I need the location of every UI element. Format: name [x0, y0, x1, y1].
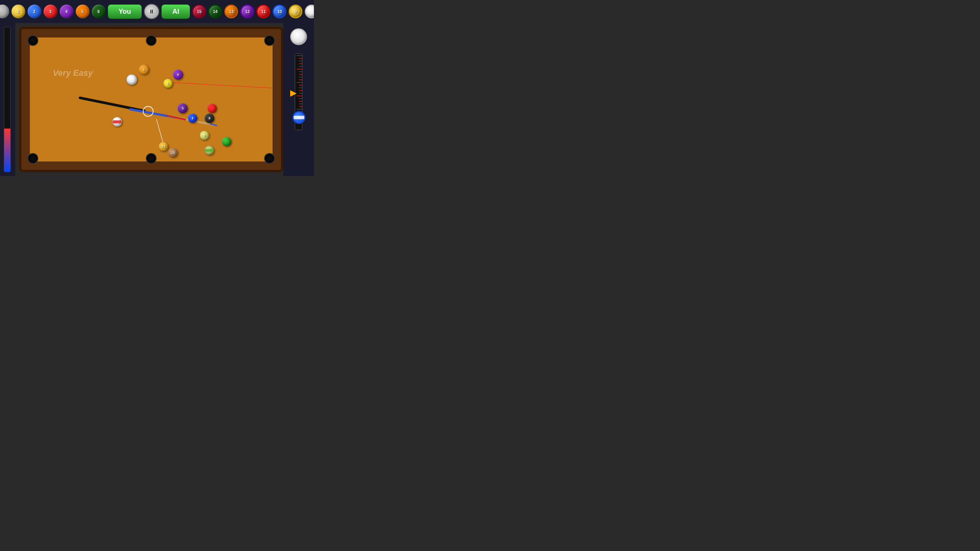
right-panel: ▶ 10	[283, 23, 314, 176]
ball-2: 2	[28, 5, 41, 18]
svg-line-0	[167, 82, 273, 88]
ball-red-stripe	[113, 117, 122, 127]
ball-purple-solid: 5	[178, 103, 188, 113]
ball-orange-13: 13	[159, 142, 168, 151]
power-bar	[0, 23, 15, 176]
ball-green	[222, 137, 231, 146]
ball-5: 5	[76, 5, 90, 18]
top-bar: 1 2 3 4 5 6 You ⏸ AI 15 14 13 12 11 10 9	[0, 0, 314, 23]
power-bar-inner[interactable]	[4, 27, 11, 172]
ball-15: 15	[192, 5, 206, 18]
ball-4: 4	[60, 5, 74, 18]
ball-orange-solid: 1	[139, 65, 149, 75]
ball-10: 10	[273, 5, 286, 18]
aim-circle	[143, 106, 154, 117]
ball-8: 8	[205, 113, 214, 123]
ball-11: 11	[256, 5, 270, 18]
pocket-bottom-left	[28, 153, 38, 164]
ball-10-preview: 10	[292, 111, 305, 124]
cue-ball	[126, 74, 137, 85]
ball-1: 1	[11, 5, 25, 18]
table-wrapper[interactable]: Very Easy 1	[15, 23, 314, 176]
arrow-indicator: ▶	[290, 88, 297, 98]
ball-gray	[0, 5, 9, 18]
ball-red-solid	[207, 104, 217, 113]
pocket-top-middle	[146, 35, 157, 46]
cue-ball-top	[305, 5, 314, 18]
svg-line-3	[131, 109, 176, 117]
player-ai-button[interactable]: AI	[162, 5, 190, 19]
cue-ball-preview	[290, 28, 307, 45]
table-felt[interactable]: Very Easy 1	[30, 37, 273, 161]
ball-9: 9	[289, 5, 302, 18]
ball-yellow-green	[205, 146, 214, 155]
ball-3: 3	[44, 5, 57, 18]
aim-lines	[30, 37, 273, 161]
table-outer: Very Easy 1	[19, 27, 283, 172]
ball-yellow-9: 9	[200, 131, 209, 140]
ball-blue-solid: 3	[188, 114, 197, 123]
ball-purple-stripe: 4	[173, 70, 183, 80]
svg-line-2	[80, 98, 144, 111]
pocket-bottom-middle	[146, 153, 157, 164]
ball-6: 6	[92, 5, 106, 18]
ball-yellow: 1	[163, 79, 173, 88]
pocket-bottom-right	[264, 153, 275, 164]
pocket-top-left	[28, 35, 38, 46]
pause-button[interactable]: ⏸	[144, 4, 159, 19]
power-fill	[4, 129, 10, 172]
svg-line-5	[167, 116, 186, 120]
ball-13: 13	[224, 5, 238, 18]
pocket-top-right	[264, 35, 275, 46]
svg-line-6	[210, 124, 217, 126]
difficulty-label: Very Easy	[53, 68, 93, 78]
ball-14: 14	[208, 5, 222, 18]
ball-brown-15: 15	[168, 148, 178, 157]
player-you-button[interactable]: You	[108, 5, 142, 19]
ball-12: 12	[240, 5, 254, 18]
